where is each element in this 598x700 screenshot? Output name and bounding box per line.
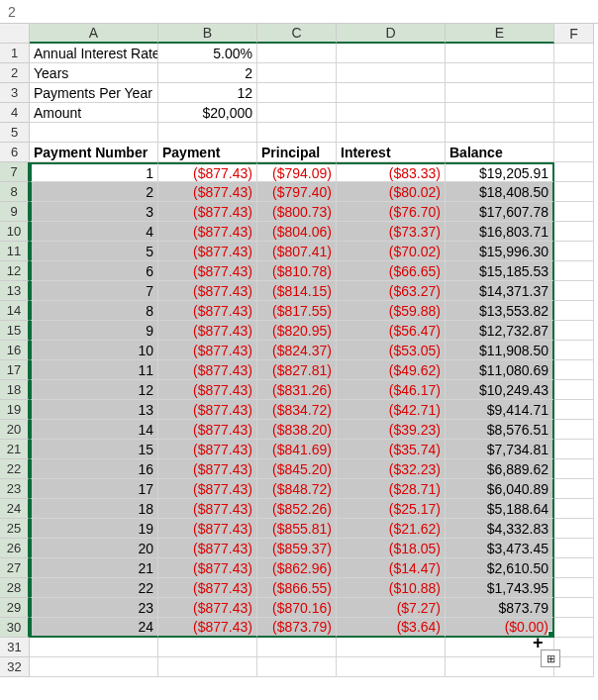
row-header-10[interactable]: 10	[0, 222, 30, 242]
cell[interactable]	[554, 400, 594, 420]
payment-number-cell[interactable]: 9	[30, 321, 158, 341]
cell[interactable]	[446, 638, 554, 657]
payment-number-cell[interactable]: 13	[30, 400, 158, 420]
interest-cell[interactable]: ($66.65)	[337, 261, 446, 281]
cell[interactable]	[446, 44, 554, 63]
balance-cell[interactable]: $10,249.43	[446, 380, 554, 400]
row-header-9[interactable]: 9	[0, 202, 30, 222]
interest-cell[interactable]: ($21.62)	[337, 519, 446, 539]
row-header-28[interactable]: 28	[0, 578, 30, 598]
cell[interactable]	[554, 479, 594, 499]
payment-number-cell[interactable]: 24	[30, 618, 158, 638]
row-header-2[interactable]: 2	[0, 63, 30, 83]
cell[interactable]	[158, 638, 257, 657]
cell[interactable]	[30, 123, 158, 143]
payment-cell[interactable]: ($877.43)	[158, 341, 257, 360]
balance-cell[interactable]: $16,803.71	[446, 222, 554, 242]
cell[interactable]	[446, 63, 554, 83]
interest-cell[interactable]: ($46.17)	[337, 380, 446, 400]
principal-cell[interactable]: ($817.55)	[257, 301, 337, 321]
principal-cell[interactable]: ($807.41)	[257, 242, 337, 261]
payment-cell[interactable]: ($877.43)	[158, 479, 257, 499]
principal-cell[interactable]: ($859.37)	[257, 539, 337, 558]
payment-number-cell[interactable]: 1	[30, 162, 158, 182]
formula-bar[interactable]: 2	[0, 0, 598, 24]
interest-cell[interactable]: ($3.64)	[337, 618, 446, 638]
interest-cell[interactable]: ($56.47)	[337, 321, 446, 341]
payment-number-cell[interactable]: 7	[30, 281, 158, 301]
balance-cell[interactable]: $873.79	[446, 598, 554, 618]
cell[interactable]	[257, 123, 337, 143]
interest-cell[interactable]: ($10.88)	[337, 578, 446, 598]
cell[interactable]	[257, 657, 337, 677]
payment-cell[interactable]: ($877.43)	[158, 261, 257, 281]
row-header-24[interactable]: 24	[0, 499, 30, 519]
cell[interactable]	[554, 123, 594, 143]
payment-cell[interactable]: ($877.43)	[158, 578, 257, 598]
interest-cell[interactable]: ($76.70)	[337, 202, 446, 222]
cell[interactable]	[257, 103, 337, 123]
principal-cell[interactable]: ($827.81)	[257, 360, 337, 380]
cell[interactable]	[554, 499, 594, 519]
payment-cell[interactable]: ($877.43)	[158, 598, 257, 618]
cell[interactable]	[554, 202, 594, 222]
payment-number-cell[interactable]: 19	[30, 519, 158, 539]
payment-cell[interactable]: ($877.43)	[158, 420, 257, 440]
principal-cell[interactable]: ($870.16)	[257, 598, 337, 618]
payment-cell[interactable]: ($877.43)	[158, 558, 257, 578]
cell[interactable]	[554, 539, 594, 558]
payment-cell[interactable]: ($877.43)	[158, 321, 257, 341]
interest-cell[interactable]: ($18.05)	[337, 539, 446, 558]
cell[interactable]	[554, 598, 594, 618]
balance-cell[interactable]: ($0.00)	[446, 618, 554, 638]
row-header-16[interactable]: 16	[0, 341, 30, 360]
cell[interactable]	[554, 44, 594, 63]
balance-cell[interactable]: $2,610.50	[446, 558, 554, 578]
payment-cell[interactable]: ($877.43)	[158, 440, 257, 459]
cell[interactable]	[554, 182, 594, 202]
principal-cell[interactable]: ($814.15)	[257, 281, 337, 301]
payment-number-cell[interactable]: 14	[30, 420, 158, 440]
balance-cell[interactable]: $6,040.89	[446, 479, 554, 499]
principal-cell[interactable]: ($820.95)	[257, 321, 337, 341]
cell[interactable]	[554, 341, 594, 360]
column-header-C[interactable]: C	[257, 24, 337, 44]
cell[interactable]	[158, 657, 257, 677]
interest-cell[interactable]: ($80.02)	[337, 182, 446, 202]
principal-cell[interactable]: ($824.37)	[257, 341, 337, 360]
cell[interactable]	[446, 83, 554, 103]
cell[interactable]	[337, 103, 446, 123]
interest-cell[interactable]: ($53.05)	[337, 341, 446, 360]
value-cell[interactable]: 5.00%	[158, 44, 257, 63]
cell[interactable]	[337, 123, 446, 143]
column-header-B[interactable]: B	[158, 24, 257, 44]
principal-cell[interactable]: ($810.78)	[257, 261, 337, 281]
cell[interactable]	[257, 83, 337, 103]
cell[interactable]	[554, 638, 594, 657]
balance-cell[interactable]: $15,185.53	[446, 261, 554, 281]
row-header-32[interactable]: 32	[0, 657, 30, 677]
principal-cell[interactable]: ($831.26)	[257, 380, 337, 400]
interest-cell[interactable]: ($59.88)	[337, 301, 446, 321]
value-cell[interactable]: 2	[158, 63, 257, 83]
payment-cell[interactable]: ($877.43)	[158, 281, 257, 301]
principal-cell[interactable]: ($848.72)	[257, 479, 337, 499]
balance-cell[interactable]: $11,908.50	[446, 341, 554, 360]
payment-number-cell[interactable]: 17	[30, 479, 158, 499]
row-header-4[interactable]: 4	[0, 103, 30, 123]
principal-cell[interactable]: ($855.81)	[257, 519, 337, 539]
cell[interactable]	[554, 380, 594, 400]
payment-cell[interactable]: ($877.43)	[158, 380, 257, 400]
label-cell[interactable]: Payments Per Year	[30, 83, 158, 103]
cell[interactable]	[554, 360, 594, 380]
balance-cell[interactable]: $11,080.69	[446, 360, 554, 380]
cell[interactable]	[554, 420, 594, 440]
interest-cell[interactable]: ($35.74)	[337, 440, 446, 459]
table-header-payment_number[interactable]: Payment Number	[30, 143, 158, 162]
interest-cell[interactable]: ($73.37)	[337, 222, 446, 242]
payment-cell[interactable]: ($877.43)	[158, 400, 257, 420]
balance-cell[interactable]: $9,414.71	[446, 400, 554, 420]
cell[interactable]	[337, 44, 446, 63]
payment-number-cell[interactable]: 20	[30, 539, 158, 558]
cell[interactable]	[446, 123, 554, 143]
